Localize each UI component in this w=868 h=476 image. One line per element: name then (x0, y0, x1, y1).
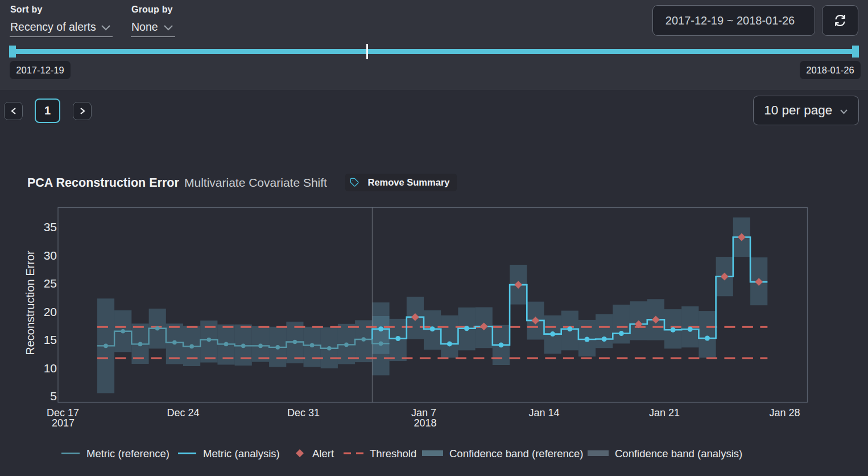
svg-text:Dec 17: Dec 17 (47, 407, 79, 418)
svg-text:2018: 2018 (414, 417, 436, 429)
svg-text:Threshold: Threshold (370, 448, 416, 459)
svg-text:10: 10 (44, 362, 57, 375)
svg-text:Alert: Alert (312, 448, 334, 459)
svg-text:5: 5 (50, 389, 57, 403)
svg-text:20: 20 (44, 305, 57, 318)
svg-text:Confidence band (reference): Confidence band (reference) (449, 448, 584, 459)
svg-text:Jan 28: Jan 28 (769, 407, 800, 418)
svg-text:Metric (analysis): Metric (analysis) (203, 448, 280, 459)
svg-text:2017: 2017 (52, 417, 75, 429)
svg-text:Jan 7: Jan 7 (411, 407, 436, 418)
svg-text:Jan 14: Jan 14 (528, 407, 559, 418)
svg-text:Metric (reference): Metric (reference) (86, 448, 170, 459)
svg-text:15: 15 (44, 333, 57, 346)
svg-text:35: 35 (44, 220, 57, 233)
svg-text:30: 30 (44, 249, 57, 262)
svg-text:Reconstruction Error: Reconstruction Error (24, 251, 36, 355)
svg-text:Jan 21: Jan 21 (649, 407, 680, 418)
svg-text:Dec 24: Dec 24 (167, 407, 199, 418)
svg-text:Dec 31: Dec 31 (287, 407, 320, 418)
svg-text:Confidence band (analysis): Confidence band (analysis) (615, 448, 742, 459)
svg-text:25: 25 (44, 277, 57, 290)
